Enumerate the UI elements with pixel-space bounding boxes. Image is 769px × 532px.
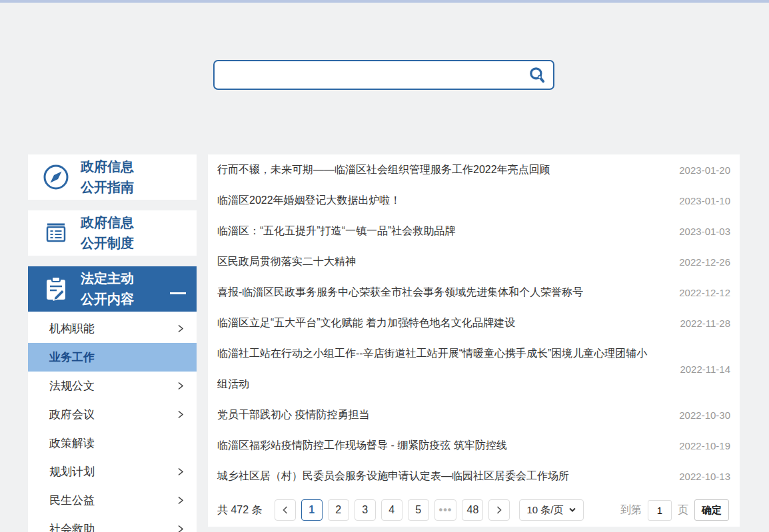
sidebar-menu-item[interactable]: 社会救助 <box>28 515 197 532</box>
article-row[interactable]: 临淄区：“五化五提升”打造“一镇一品”社会救助品牌 2023-01-03 <box>217 216 730 246</box>
chevron-right-icon <box>496 505 502 515</box>
sidebar-menu-item[interactable]: 政策解读 <box>28 429 197 457</box>
page-number-button[interactable]: 4 <box>381 499 402 521</box>
page-number-button[interactable]: 2 <box>328 499 349 521</box>
sidebar-menu-item[interactable]: 法规公文 <box>28 372 197 400</box>
article-list: 行而不辍，未来可期——临淄区社会组织管理服务工作2022年亮点回顾 2023-0… <box>217 154 730 491</box>
article-date: 2023-01-10 <box>673 195 730 206</box>
article-row[interactable]: 区民政局贯彻落实二十大精神 2022-12-26 <box>217 246 730 277</box>
article-title[interactable]: 行而不辍，未来可期——临淄区社会组织管理服务工作2022年亮点回顾 <box>217 154 673 185</box>
page-number-button[interactable]: 48 <box>462 499 483 521</box>
article-row[interactable]: 城乡社区居（村）民委员会服务设施申请认定表—临园社区居委会工作场所 2022-1… <box>217 461 730 491</box>
article-date: 2023-01-20 <box>673 164 730 176</box>
chevron-right-icon <box>177 523 185 532</box>
page-number-button[interactable]: 1 <box>301 499 323 521</box>
search-bar <box>213 60 554 90</box>
page-number-button[interactable]: 5 <box>408 499 429 521</box>
sidebar-menu-item-label: 政策解读 <box>49 435 95 451</box>
article-title[interactable]: 临淄区福彩站疫情防控工作现场督导 - 绷紧防疫弦 筑牢防控线 <box>217 430 673 461</box>
total-count-label: 共 472 条 <box>217 503 263 517</box>
sidebar-menu-item[interactable]: 业务工作 <box>28 343 197 372</box>
article-list-panel: 行而不辍，未来可期——临淄区社会组织管理服务工作2022年亮点回顾 2023-0… <box>208 154 740 527</box>
jump-suffix-label: 页 <box>678 503 688 517</box>
article-date: 2023-01-03 <box>673 226 730 237</box>
chevron-right-icon <box>177 409 185 420</box>
search-button[interactable] <box>528 66 553 85</box>
article-title[interactable]: 党员干部践初心 疫情防控勇担当 <box>217 399 673 430</box>
article-row[interactable]: 临淄社工站在行动之小组工作--辛店街道社工站开展“情暖童心携手成长”困境儿童心理… <box>217 338 730 399</box>
article-title[interactable]: 喜报-临淄区民政事务服务中心荣获全市社会事务领域先进集体和个人荣誉称号 <box>217 277 673 308</box>
article-title[interactable]: 临淄区立足“五大平台”文化赋能 着力加强特色地名文化品牌建设 <box>217 308 673 338</box>
sidebar-menu-item[interactable]: 政府会议 <box>28 400 197 429</box>
next-page-button[interactable] <box>488 499 510 521</box>
document-list-icon <box>41 218 71 248</box>
sidebar-menu-item[interactable]: 机构职能 <box>28 314 197 343</box>
sidebar-menu-item-label: 民生公益 <box>49 493 95 508</box>
article-row[interactable]: 行而不辍，未来可期——临淄区社会组织管理服务工作2022年亮点回顾 2023-0… <box>217 154 730 185</box>
search-icon <box>528 66 546 85</box>
page-number-button[interactable]: ••• <box>434 499 457 521</box>
article-date: 2022-12-26 <box>673 256 730 268</box>
sidebar-menu-item-label: 规划计划 <box>49 464 95 479</box>
pagination-bar: 共 472 条 1 2 3 4 5 <box>217 491 730 521</box>
sidebar-card-statutory-disclosure[interactable]: 法定主动 公开内容 <box>28 266 197 312</box>
article-row[interactable]: 党员干部践初心 疫情防控勇担当 2022-10-30 <box>217 399 730 430</box>
chevron-right-icon <box>177 380 185 392</box>
prev-page-button[interactable] <box>275 499 296 521</box>
sidebar-card-label: 政府信息 公开制度 <box>81 212 134 254</box>
clipboard-pen-icon <box>41 274 71 304</box>
article-date: 2022-10-13 <box>673 471 730 482</box>
search-input[interactable] <box>215 61 528 89</box>
sidebar-menu-item[interactable]: 民生公益 <box>28 486 197 515</box>
sidebar: 政府信息 公开指南 政府信息 公开制度 法定主动 公开内容 <box>28 154 197 532</box>
jump-prefix-label: 到第 <box>620 503 642 517</box>
article-row[interactable]: 喜报-临淄区民政事务服务中心荣获全市社会事务领域先进集体和个人荣誉称号 2022… <box>217 277 730 308</box>
article-title[interactable]: 临淄社工站在行动之小组工作--辛店街道社工站开展“情暖童心携手成长”困境儿童心理… <box>217 338 673 399</box>
page-jump-group: 到第 页 确定 <box>620 499 729 521</box>
article-title[interactable]: 临淄区2022年婚姻登记大数据出炉啦！ <box>217 185 673 216</box>
article-row[interactable]: 临淄区福彩站疫情防控工作现场督导 - 绷紧防疫弦 筑牢防控线 2022-10-1… <box>217 430 730 461</box>
sidebar-menu-item-label: 社会救助 <box>49 521 95 532</box>
chevron-right-icon <box>177 323 185 334</box>
sidebar-menu-item-label: 政府会议 <box>49 407 95 422</box>
page-size-value: 10 条/页 <box>526 504 563 517</box>
confirm-button[interactable]: 确定 <box>694 499 729 521</box>
sidebar-card-gov-info-system[interactable]: 政府信息 公开制度 <box>28 210 197 256</box>
chevron-left-icon <box>282 505 289 515</box>
article-row[interactable]: 临淄区立足“五大平台”文化赋能 着力加强特色地名文化品牌建设 2022-11-2… <box>217 308 730 338</box>
sidebar-card-label: 政府信息 公开指南 <box>81 156 134 198</box>
article-title[interactable]: 临淄区：“五化五提升”打造“一镇一品”社会救助品牌 <box>217 216 673 246</box>
article-date: 2022-10-19 <box>673 440 730 451</box>
article-title[interactable]: 城乡社区居（村）民委员会服务设施申请认定表—临园社区居委会工作场所 <box>217 461 673 491</box>
article-date: 2022-11-28 <box>673 318 730 329</box>
sidebar-menu-item-label: 业务工作 <box>49 350 95 365</box>
sidebar-submenu: 机构职能 业务工作 法规公文 政府会议 <box>28 312 197 532</box>
sidebar-menu-item-label: 法规公文 <box>49 378 95 394</box>
article-date: 2022-10-30 <box>673 409 730 421</box>
page-number-button[interactable]: 3 <box>355 499 376 521</box>
sidebar-menu-item-label: 机构职能 <box>49 321 95 336</box>
article-date: 2022-11-14 <box>673 364 730 375</box>
page-size-select[interactable]: 10 条/页 <box>519 499 584 521</box>
sidebar-card-gov-info-guide[interactable]: 政府信息 公开指南 <box>28 154 197 200</box>
jump-page-input[interactable] <box>648 500 672 521</box>
article-row[interactable]: 临淄区2022年婚姻登记大数据出炉啦！ 2023-01-10 <box>217 185 730 216</box>
chevron-down-icon <box>568 507 576 513</box>
chevron-right-icon <box>177 495 185 506</box>
sidebar-card-label: 法定主动 公开内容 <box>81 268 134 310</box>
sidebar-menu-item[interactable]: 规划计划 <box>28 457 197 486</box>
collapse-minus-icon[interactable] <box>170 292 186 294</box>
chevron-right-icon <box>177 466 185 477</box>
article-date: 2022-12-12 <box>673 287 730 298</box>
article-title[interactable]: 区民政局贯彻落实二十大精神 <box>217 246 673 277</box>
compass-icon <box>41 162 71 192</box>
top-accent-strip <box>0 0 769 3</box>
